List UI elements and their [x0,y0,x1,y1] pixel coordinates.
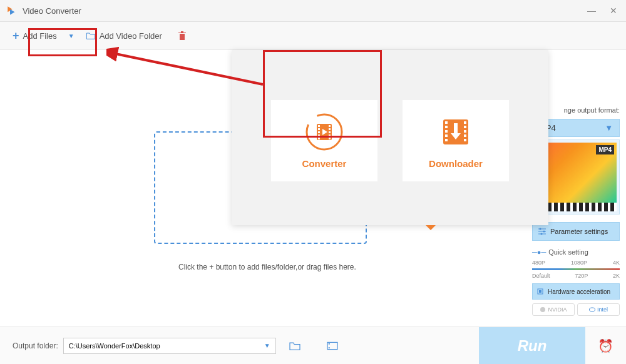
nvidia-button[interactable]: NVIDIA [532,303,575,316]
svg-rect-6 [318,131,320,133]
svg-rect-7 [318,134,320,136]
slider-track [532,268,620,270]
plus-icon: + [13,29,19,43]
quick-dot-icon: ─●─ [532,248,546,256]
sliders-icon [538,228,546,235]
svg-rect-23 [464,130,466,133]
res-default: Default [532,273,550,279]
svg-rect-25 [464,139,466,141]
converter-icon [305,113,343,151]
window-controls: — ✕ [585,4,620,17]
svg-rect-10 [329,128,331,130]
svg-rect-9 [329,125,331,127]
preview-badge: MP4 [596,145,614,154]
svg-rect-17 [445,126,448,128]
close-button[interactable]: ✕ [607,4,620,17]
svg-rect-18 [445,130,448,133]
add-files-label: Add Files [23,31,57,41]
chevron-down-icon: ▼ [264,342,270,349]
converter-label: Converter [302,158,347,169]
add-files-button[interactable]: + Add Files [6,26,63,46]
app-logo-icon [6,5,18,16]
svg-rect-5 [318,128,320,130]
add-folder-button[interactable]: Add Video Folder [80,28,168,44]
svg-rect-40 [328,347,329,348]
svg-rect-26 [454,123,458,133]
chip-icon [536,288,544,295]
downloader-card[interactable]: Downloader [403,100,509,181]
output-folder-input[interactable]: C:\Users\WonderFox\Desktop ▼ [63,338,276,354]
svg-rect-4 [318,125,320,127]
res-1080p: 1080P [571,260,587,266]
svg-rect-39 [328,343,329,345]
svg-rect-8 [318,138,320,139]
param-settings-label: Parameter settings [550,228,608,235]
nvidia-label: NVIDIA [548,306,567,313]
app-title: Video Converter [23,6,81,16]
trash-icon[interactable] [178,31,187,41]
svg-point-31 [543,231,545,233]
intel-button[interactable]: Intel [577,303,620,316]
res-4k: 4K [613,260,620,266]
run-label: Run [518,337,547,355]
overlay-pointer-icon [426,225,436,230]
module-picker-overlay: Converter Downloader [232,50,548,225]
output-path-value: C:\Users\WonderFox\Desktop [69,342,160,350]
film-folder-icon[interactable] [326,341,339,351]
gpu-row: NVIDIA Intel [532,303,620,316]
svg-rect-11 [329,131,331,133]
hw-accel-button[interactable]: Hardware acceleration [532,283,620,300]
svg-point-33 [541,233,543,235]
downloader-icon [437,113,475,151]
chevron-down-icon: ▼ [605,123,613,133]
open-folder-icon[interactable] [289,341,301,351]
hw-accel-label: Hardware acceleration [548,288,610,295]
add-folder-label: Add Video Folder [100,31,162,41]
svg-rect-12 [329,134,331,136]
intel-label: Intel [597,306,608,313]
svg-rect-21 [464,121,466,124]
add-files-dropdown[interactable]: ▼ [68,33,74,39]
downloader-label: Downloader [429,158,483,169]
svg-point-29 [540,228,541,230]
nvidia-icon [540,306,546,313]
svg-rect-19 [445,134,448,137]
minimize-button[interactable]: — [585,4,598,17]
quick-setting-section: ─●─ Quick setting 480P 1080P 4K Default … [532,248,620,278]
bottom-bar: Output folder: C:\Users\WonderFox\Deskto… [0,326,626,364]
res-720p: 720P [575,273,588,279]
svg-rect-13 [329,138,331,139]
toolbar: + Add Files ▼ Add Video Folder [0,22,626,50]
titlebar: Video Converter — ✕ [0,0,626,22]
svg-point-36 [540,307,545,312]
svg-rect-20 [445,139,448,141]
intel-icon [589,306,595,313]
converter-card[interactable]: Converter [271,100,377,181]
output-folder-label: Output folder: [13,341,58,350]
folder-icon [86,31,96,40]
svg-rect-16 [445,121,448,124]
schedule-icon[interactable]: ⏰ [598,338,613,353]
quick-setting-label: Quick setting [548,248,588,256]
res-480p: 480P [532,260,545,266]
svg-rect-24 [464,134,466,137]
main-area: + Click the + button to add files/folder… [0,50,626,325]
resolution-slider[interactable]: 480P 1080P 4K Default 720P 2K [532,260,620,278]
svg-point-37 [589,308,595,311]
dropzone-hint: Click the + button to add files/folder,o… [178,263,356,271]
svg-rect-22 [464,126,466,128]
res-2k: 2K [613,273,620,279]
svg-rect-35 [539,290,541,293]
run-button[interactable]: Run [479,327,585,365]
